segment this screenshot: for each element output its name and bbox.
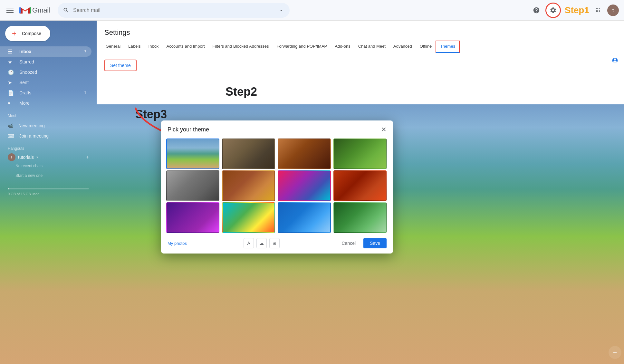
join-meeting-icon: ⌨ [8,133,14,139]
theme-chess[interactable] [222,139,275,169]
theme-dialog: Pick your theme ✕ My photos A ☁ ⊞ [161,120,393,254]
theme-metal[interactable] [166,170,219,201]
snoozed-icon: 🕐 [8,69,14,75]
text-icon[interactable]: A [244,238,254,248]
dialog-footer-actions: Cancel Save [336,238,387,248]
dialog-header: Pick your theme ✕ [161,120,393,139]
theme-bubbles[interactable] [278,170,331,201]
tasks-icon[interactable] [609,39,621,52]
step1-label: Step1 [565,5,589,15]
main-content: Settings General Labels Inbox Accounts a… [97,21,624,364]
sidebar-item-starred[interactable]: ★ Starred [0,57,91,67]
storage-text: 0 GB of 15 GB used [8,192,39,196]
sidebar-item-inbox[interactable]: ☰ Inbox 7 [0,46,91,57]
tab-accounts[interactable]: Accounts and Import [162,41,208,53]
tab-themes[interactable]: Themes [436,41,460,53]
dialog-footer: My photos A ☁ ⊞ Cancel Save [161,235,393,248]
meet-section-header: Meet [0,108,97,120]
storage-fill [8,188,9,189]
hangouts-add-icon[interactable]: + [86,154,89,160]
dialog-title: Pick your theme [168,126,209,133]
set-theme-button[interactable]: Set theme [104,60,137,71]
theme-lake[interactable] [278,202,331,233]
theme-river[interactable] [333,170,387,201]
right-sidebar: + [606,21,624,364]
hangouts-avatar: t [8,153,15,161]
search-bar [58,3,290,18]
sidebar-item-more[interactable]: ▾ More [0,98,91,108]
sidebar: Compose ☰ Inbox 7 ★ Starred 🕐 Snoozed ➤ … [0,21,97,364]
sidebar-item-inbox-label: Inbox [19,49,31,54]
tab-offline[interactable]: Offline [416,41,436,53]
sidebar-item-sent-label: Sent [19,80,29,85]
dialog-close-button[interactable]: ✕ [381,126,387,133]
sidebar-item-new-meeting[interactable]: 📹 New meeting [0,120,97,131]
topbar-right: Step1 t [530,3,619,18]
settings-tabs: General Labels Inbox Accounts and Import… [97,41,624,53]
search-icon [63,7,69,14]
drafts-icon: 📄 [8,90,14,96]
grid-icon[interactable]: ⊞ [269,238,280,248]
search-input[interactable] [73,7,274,13]
menu-icon [6,6,14,14]
new-meeting-label: New meeting [18,123,45,128]
settings-button[interactable] [545,3,561,18]
compose-button[interactable]: Compose [5,26,50,41]
theme-caterpillar[interactable] [333,139,387,169]
tab-general[interactable]: General [102,41,124,53]
sidebar-item-join-meeting[interactable]: ⌨ Join a meeting [0,131,97,141]
gmail-text-label: Gmail [32,6,50,14]
storage-bar [8,188,89,189]
sent-icon: ➤ [8,80,14,86]
sidebar-item-snoozed-label: Snoozed [19,70,37,75]
gmail-m-icon [19,6,31,15]
tab-chat[interactable]: Chat and Meet [354,41,389,53]
inbox-icon: ☰ [8,49,14,55]
help-button[interactable] [530,4,543,17]
tab-advanced[interactable]: Advanced [389,41,416,53]
my-photos-button[interactable]: My photos [168,241,187,246]
theme-grid [161,139,393,233]
theme-canyon[interactable] [278,139,331,169]
hamburger-button[interactable] [5,4,18,17]
hangouts-dropdown-icon: ▾ [36,155,38,159]
save-button[interactable]: Save [363,238,387,248]
theme-forest[interactable] [333,202,387,233]
hangouts-username: tutorials [18,155,34,160]
settings-title: Settings [97,21,624,41]
storage-bar-container: 0 GB of 15 GB used [0,186,97,199]
hangouts-title: Hangouts [8,146,89,151]
more-icon: ▾ [8,100,14,106]
theme-colorful[interactable] [222,202,275,233]
theme-autumn[interactable] [222,170,275,201]
sidebar-item-sent[interactable]: ➤ Sent [0,77,91,88]
tab-forwarding[interactable]: Forwarding and POP/IMAP [273,41,331,53]
sidebar-item-more-label: More [19,101,30,106]
compose-label: Compose [22,31,41,36]
calendar-icon[interactable] [609,23,621,36]
apps-button[interactable] [592,4,605,17]
no-chats-text2: Start a new one [8,171,89,180]
tab-labels[interactable]: Labels [124,41,144,53]
add-icon[interactable]: + [609,346,621,359]
hangouts-user[interactable]: t tutorials ▾ + [8,153,89,161]
no-chats-text1: No recent chats [8,161,89,171]
hangouts-section: Hangouts t tutorials ▾ + No recent chats… [0,141,97,186]
user-avatar[interactable]: t [607,5,619,16]
drafts-badge: 1 [84,91,86,95]
theme-beach[interactable] [166,139,219,169]
dialog-footer-icons: A ☁ ⊞ [244,238,280,248]
sidebar-item-drafts-label: Drafts [19,90,31,95]
search-dropdown-icon[interactable] [278,7,284,14]
cancel-button[interactable]: Cancel [336,238,361,248]
tab-inbox[interactable]: Inbox [145,41,163,53]
step2-label: Step2 [226,85,257,99]
tab-filters[interactable]: Filters and Blocked Addresses [209,41,273,53]
sidebar-item-snoozed[interactable]: 🕐 Snoozed [0,67,91,77]
topbar: Gmail Step1 t [0,0,624,21]
blur-icon[interactable]: ☁ [256,238,267,248]
tab-addons[interactable]: Add-ons [331,41,354,53]
contacts-icon[interactable] [609,54,621,67]
theme-jellyfish[interactable] [166,202,219,233]
sidebar-item-drafts[interactable]: 📄 Drafts 1 [0,88,91,98]
